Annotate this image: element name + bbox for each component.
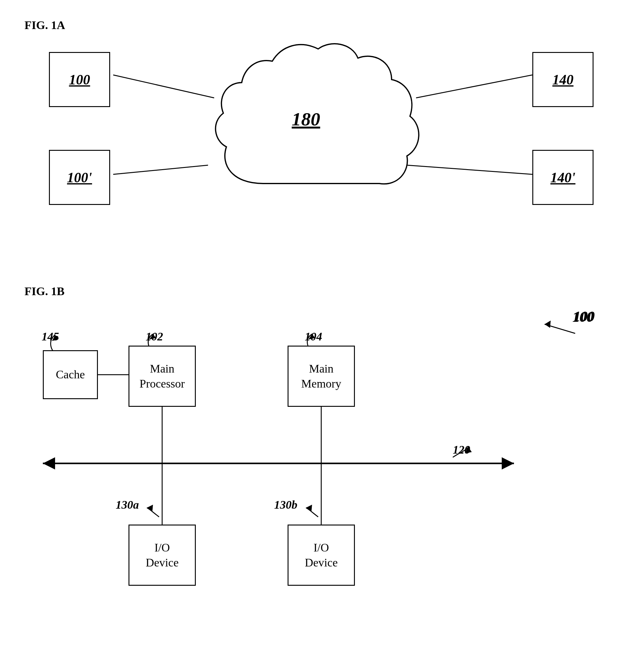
figure-1b: FIG. 1B 100: [24, 284, 624, 646]
node-140: 140: [532, 52, 594, 107]
cache-label: Cache: [56, 367, 85, 382]
fig1b-svg: [24, 284, 624, 646]
svg-marker-12: [43, 457, 55, 470]
svg-line-1: [113, 165, 208, 174]
node-100p: 100': [49, 150, 110, 205]
cloud-label: 180: [292, 109, 320, 130]
lbl-130a: 130a: [116, 498, 139, 511]
svg-line-0: [113, 75, 214, 98]
figure-1a: FIG. 1A 100 100' 140 140' 180: [24, 18, 624, 257]
cloud-svg: 180: [202, 37, 428, 217]
main-memory-label: MainMemory: [301, 361, 341, 392]
main-processor-label: MainProcessor: [139, 361, 185, 392]
lbl-104: 104: [305, 330, 322, 343]
node-100-label: 100: [69, 72, 90, 88]
node-100: 100: [49, 52, 110, 107]
svg-marker-13: [502, 457, 514, 470]
io-device-b-box: I/ODevice: [288, 524, 355, 586]
node-100p-label: 100': [67, 169, 92, 186]
node-140-label: 140: [553, 72, 574, 88]
lbl-130b: 130b: [274, 498, 297, 511]
cache-box: Cache: [43, 350, 98, 399]
io-device-a-label: I/ODevice: [146, 540, 179, 570]
io-device-b-label: I/ODevice: [305, 540, 338, 570]
lbl-102: 102: [146, 330, 163, 343]
lbl-100-ref: 100: [574, 308, 595, 325]
lbl-120: 120: [453, 443, 470, 456]
fig1b-label: FIG. 1B: [24, 284, 65, 298]
svg-marker-18: [306, 505, 312, 511]
lbl-145: 145: [42, 330, 59, 343]
cloud-180: 180: [202, 37, 416, 214]
svg-marker-17: [147, 505, 153, 511]
svg-marker-5: [545, 321, 551, 328]
main-processor-box: MainProcessor: [129, 346, 196, 407]
io-device-a-box: I/ODevice: [129, 524, 196, 586]
fig1a-label: FIG. 1A: [24, 18, 65, 32]
node-140p: 140': [532, 150, 594, 205]
node-140p-label: 140': [550, 169, 575, 186]
svg-line-2: [416, 75, 532, 98]
main-memory-box: MainMemory: [288, 346, 355, 407]
svg-line-4: [545, 324, 575, 333]
